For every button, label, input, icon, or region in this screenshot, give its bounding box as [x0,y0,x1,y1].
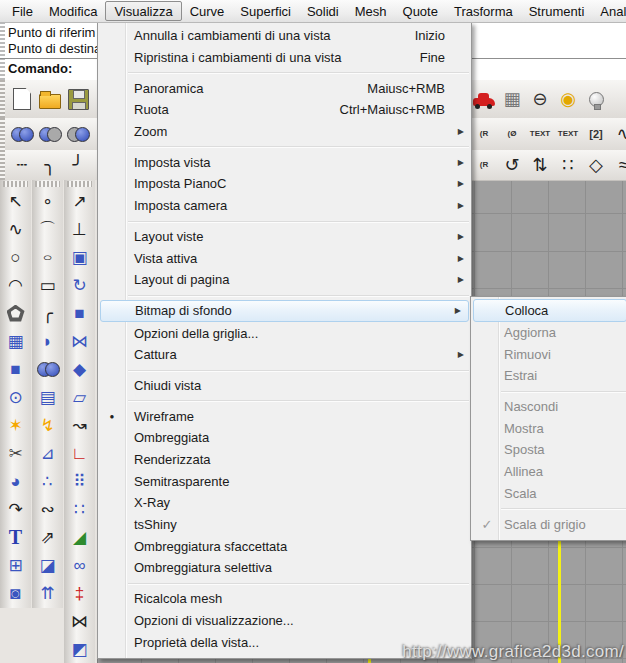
menubar-item-analizza[interactable]: Analizza [592,0,626,22]
color-wheel-icon[interactable]: ◕ [0,467,31,495]
menu-item-sposta[interactable]: Sposta [471,439,626,461]
render-car-icon[interactable] [470,86,498,112]
array-grid-icon[interactable]: ⠿ [64,467,95,495]
menu-item-nascondi[interactable]: Nascondi [471,396,626,418]
record-history-icon[interactable]: (R [470,152,498,178]
menu-item-allinea[interactable]: Allinea [471,461,626,483]
save-file-icon[interactable] [64,86,92,112]
menu-item-ripristina-i-cambiamenti-di-una-vista[interactable]: Ripristina i cambiamenti di una vistaFin… [98,47,471,69]
menu-item-wireframe[interactable]: ●Wireframe [98,405,471,427]
lightbulb-icon[interactable] [582,86,610,112]
menu-item-chiudi-vista[interactable]: Chiudi vista [98,375,471,397]
box-solid-icon[interactable]: ■ [64,299,95,327]
curve-edit-points-icon[interactable]: ∿ [610,121,626,147]
open-file-icon[interactable] [36,86,64,112]
split-icon[interactable]: ⊿ [32,439,63,467]
menubar-item-strumenti[interactable]: Strumenti [521,0,593,22]
radius-dimension-icon[interactable]: (R [470,121,498,147]
control-point-curve-icon[interactable]: ∿ [0,215,31,243]
circle-icon[interactable]: ○ [0,243,31,271]
menu-item-semitrasparente[interactable]: Semitrasparente [98,470,471,492]
adjustable-blend-icon[interactable]: ↷ [0,495,31,523]
menubar-item-trasforma[interactable]: Trasforma [446,0,521,22]
curved-surface-icon[interactable]: ◗ [32,327,63,355]
blend-curve-icon[interactable]: ╮ [36,152,64,178]
boolean-intersection-icon[interactable] [64,121,92,147]
text-block-icon[interactable]: TEXT [526,121,554,147]
scatter-points-icon[interactable]: ∷ [64,495,95,523]
arc-icon[interactable]: ◠ [0,271,31,299]
cplane-grid-icon[interactable]: ▦ [498,86,526,112]
menu-item-scala-di-grigio[interactable]: ✓Scala di grigio [471,513,626,535]
menu-item-opzioni-di-visualizzazione[interactable]: Opzioni di visualizzazione... [98,610,471,632]
menu-item-layout-viste[interactable]: Layout viste▶ [98,226,471,248]
group-objects-icon[interactable]: ▣ [64,243,95,271]
curve-two-points-icon[interactable]: [2] [582,121,610,147]
match-objects-icon[interactable]: ⋈ [64,607,95,635]
diamond-solid-icon[interactable]: ◆ [64,355,95,383]
panel-grip[interactable] [0,22,5,80]
menu-item-tsshiny[interactable]: tsShiny [98,514,471,536]
polygon-icon[interactable] [0,299,31,327]
menu-item-ricalcola-mesh[interactable]: Ricalcola mesh [98,588,471,610]
menu-item-aggiorna[interactable]: Aggiorna [471,322,626,344]
toolbar-grip[interactable] [0,118,5,150]
ellipse-icon[interactable]: ○ [32,243,63,271]
menu-item-colloca[interactable]: Colloca [473,299,626,322]
menu-item-ombreggiatura-selettiva[interactable]: Ombreggiatura selettiva [98,557,471,579]
annotation-shapes-icon[interactable]: ◉ [554,86,582,112]
rectangle-icon[interactable]: ▭ [32,271,63,299]
menu-item-ombreggiatura-sfaccettata[interactable]: Ombreggiatura sfaccettata [98,535,471,557]
menubar-item-superfici[interactable]: Superfici [232,0,299,22]
menu-item-scala[interactable]: Scala [471,483,626,505]
menu-item-opzioni-della-griglia[interactable]: Opzioni della griglia... [98,322,471,344]
move-icon[interactable]: ⇗ [32,523,63,551]
toolbar-grip[interactable] [0,80,5,118]
patch-surface-icon[interactable]: ▤ [32,383,63,411]
diameter-dimension-icon[interactable]: (Ø [498,121,526,147]
curve-handle-icon[interactable]: ↝ [64,411,95,439]
extrude-icon[interactable]: ⇈ [32,579,63,607]
section-icon[interactable]: ‡ [64,579,95,607]
move-points-icon[interactable]: ↗ [64,187,95,215]
menubar-item-quote[interactable]: Quote [395,0,446,22]
object-points-icon[interactable]: ∴ [32,467,63,495]
menu-item-cattura[interactable]: Cattura▶ [98,344,471,366]
menu-item-annulla-i-cambiamenti-di-una-vista[interactable]: Annulla i cambiamenti di una vistaInizio [98,25,471,47]
menu-item-renderizzata[interactable]: Renderizzata [98,449,471,471]
insert-block-icon[interactable]: ⊞ [0,551,31,579]
select-arrow-icon[interactable]: ↖ [0,187,31,215]
menubar-item-mesh[interactable]: Mesh [347,0,395,22]
dashed-curve-icon[interactable]: ┄ [8,152,36,178]
menu-item-ombreggiata[interactable]: Ombreggiata [98,427,471,449]
edit-text-icon[interactable]: TEXT [554,121,582,147]
solid-box-icon[interactable]: ■ [0,355,31,383]
linked-objects-icon[interactable]: ∞ [64,551,95,579]
menu-item-estrai[interactable]: Estrai [471,365,626,387]
torus-icon[interactable]: ⊙ [0,383,31,411]
cplane-axes-icon[interactable]: ∟ [64,439,95,467]
boolean-union-icon[interactable] [8,121,36,147]
set-cplane-icon[interactable]: ◢ [64,523,95,551]
text-object-icon[interactable]: T [0,523,31,551]
point-grid-icon[interactable]: ∷ [554,152,582,178]
menubar-item-modifica[interactable]: Modifica [41,0,105,22]
plane-icon[interactable]: ▱ [64,383,95,411]
menu-item-imposta-vista[interactable]: Imposta vista▶ [98,151,471,173]
diameter-circle-icon[interactable]: ⊖ [526,86,554,112]
menu-item-imposta-pianoc[interactable]: Imposta PianoC▶ [98,173,471,195]
curvature-analysis-icon[interactable]: ⊥ [64,215,95,243]
arc-blend-icon[interactable]: ╯ [64,152,92,178]
menu-item-bitmap-di-sfondo[interactable]: Bitmap di sfondo▶ [100,300,469,323]
handlebar-curve-icon[interactable]: ≈ [610,152,626,178]
array-vertical-icon[interactable]: ⇅ [526,152,554,178]
menubar-item-solidi[interactable]: Solidi [299,0,347,22]
explode-icon[interactable]: ✶ [0,411,31,439]
menu-item-imposta-camera[interactable]: Imposta camera▶ [98,195,471,217]
boolean-difference-icon[interactable] [36,121,64,147]
menu-item-mostra[interactable]: Mostra [471,417,626,439]
menu-item-zoom[interactable]: Zoom▶ [98,121,471,143]
menu-item-layout-di-pagina[interactable]: Layout di pagina▶ [98,269,471,291]
trim-icon[interactable]: ✂ [0,439,31,467]
menu-item-rimuovi[interactable]: Rimuovi [471,343,626,365]
